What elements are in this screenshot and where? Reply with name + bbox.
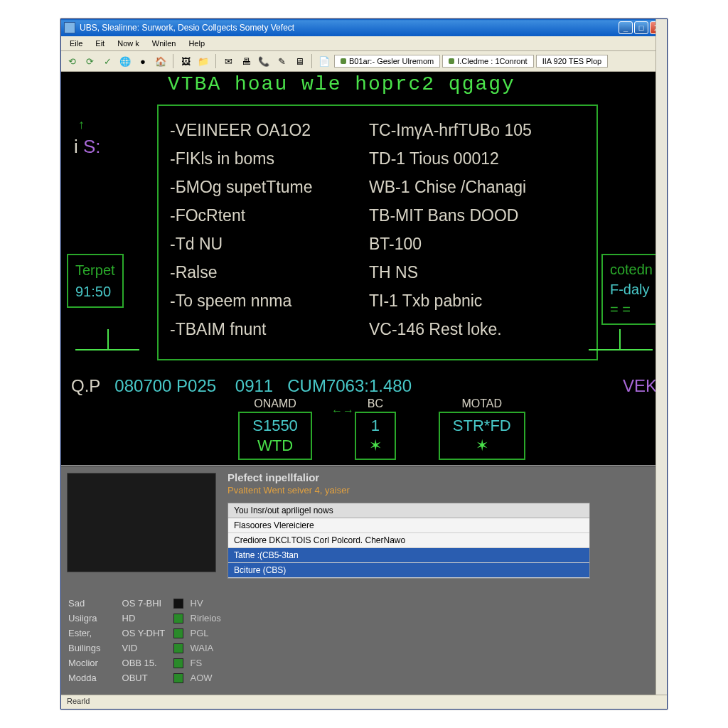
terminal-right-box: cotedn F-daly = = [601,254,661,325]
menu-wnilen[interactable]: Wnilen [146,38,182,49]
card-bc[interactable]: 1 ✶ [355,412,396,460]
terminal-header: VTBA hoau wle hoprc2 qgagy [168,73,515,95]
menu-row: -FIKls in bomsTD-1 Tious 00012 [170,144,585,173]
indicator-icon [173,599,183,609]
menu-row: -RalseTH NS [170,258,585,287]
status-row: OS 7-BHIHV [122,598,221,609]
indicator-icon [173,673,183,683]
connector-line [589,349,653,370]
globe-icon[interactable]: 🌐 [117,53,133,69]
card-label: BC [368,397,383,410]
menu-row: -БMOg supetTtumeWB-1 Chise /Chanagi [170,173,585,201]
list-item[interactable]: Bciture (CBS) [228,563,589,578]
menu-row: -To speem nnmaTI-1 Txb pabnic [170,287,585,315]
status-row: HDRirleios [122,613,221,623]
menu-edit[interactable]: Eit [90,38,110,49]
list-item[interactable]: Tatne :(CB5-3tan [228,548,589,563]
menubar: Eile Eit Now k Wnilen Help [61,36,667,51]
minimize-button[interactable]: _ [619,21,633,34]
indicator-icon [173,614,183,623]
menu-row: -TBAIM fnuntVC-146 Rest loke. [170,315,585,343]
refresh-icon[interactable]: ✓ [100,53,115,69]
card-onamd[interactable]: S1550 WTD [238,412,312,460]
phone-icon[interactable]: 📞 [256,53,272,69]
status-row: VIDWAIA [122,643,221,653]
connector-line [75,349,139,370]
edit-icon[interactable]: ✎ [274,53,289,69]
status-column: OS 7-BHIHV HDRirleios OS Y-DHTPGL VIDWAI… [122,598,221,692]
terminal-prompt: i S: [74,136,101,158]
scrollbar[interactable] [655,19,667,695]
maximize-button[interactable]: □ [634,21,648,34]
info-subtitle: Pvaltent Went seiver 4, yaiser [228,485,661,496]
menu-nowk[interactable]: Now k [112,38,145,49]
card-label: MOTAD [462,397,503,410]
doc-icon[interactable]: 📄 [316,53,332,69]
up-arrow-icon: ↑ [78,117,85,132]
listbox-header: You Insr/out apriligel nows [228,503,589,518]
monitor-icon[interactable]: 🖥 [291,53,307,69]
app-window: UBS, Slealinne: Surwork, Desio Collgects… [60,18,668,710]
label: Ester, [68,628,101,638]
status-row: OS Y-DHTPGL [122,628,221,638]
list-item[interactable]: Flasoores Vlereiciere [228,518,589,533]
home-icon[interactable]: 🏠 [153,53,168,69]
indicator-icon [173,643,183,653]
menu-row: -Td NUBT-100 [170,230,585,258]
label: Usiigra [68,613,101,623]
info-title: Plefect inpellfalior [228,471,661,483]
terminal-status-row: Q.P 080700 P025 0911 CUM7063:1.480 VEK [71,376,657,396]
preview-thumbnail[interactable] [67,473,216,572]
label: Modda [68,673,101,683]
nav-back-icon[interactable]: ⟲ [64,53,80,69]
statusbar: Rearld [61,695,667,709]
indicator-icon [173,628,183,638]
terminal-menu-box: -VEIINEER OA1O2TC-ImγA-hrfTUBo 105 -FIKl… [157,105,598,360]
label: Builings [68,643,101,653]
bc-arrow-icon: ←→ [331,405,354,417]
mail-icon[interactable]: ✉ [220,53,236,69]
label: Sad [68,598,101,609]
nav-fwd-icon[interactable]: ⟳ [82,53,97,69]
menu-help[interactable]: Help [183,38,210,49]
toolbar: ⟲ ⟳ ✓ 🌐 ● 🏠 🖼 📁 ✉ 🖶 📞 ✎ 🖥 📄 B01ar:- Gesl… [61,51,667,72]
app-icon [64,22,75,33]
menu-file[interactable]: Eile [64,38,88,49]
terminal-cards: ONAMD S1550 WTD BC 1 ✶ MOTAD [154,397,610,460]
terminal-pane[interactable]: VTBA hoau wle hoprc2 qgagy ↑ i S: -VEIIN… [61,72,667,466]
picture-icon[interactable]: 🖼 [178,53,193,69]
card-motad[interactable]: STR*FD ✶ [439,412,525,460]
terminal-left-box: Terpet 91:50 [67,254,124,308]
print-icon[interactable]: 🖶 [238,53,254,69]
info-listbox[interactable]: You Insr/out apriligel nows Flasoores Vl… [228,503,590,579]
folder-icon[interactable]: 📁 [196,53,211,69]
tab-3[interactable]: IIA 920 TES Plop [536,55,609,68]
disc-icon[interactable]: ● [135,53,151,69]
menu-row: -FOcRtentTB-MIT Bans DOOD [170,201,585,230]
bottom-panel: Plefect inpellfalior Pvaltent Went seive… [61,466,667,695]
indicator-icon [173,658,183,668]
menu-row: -VEIINEER OA1O2TC-ImγA-hrfTUBo 105 [170,116,585,144]
titlebar[interactable]: UBS, Slealinne: Surwork, Desio Collgects… [61,19,667,36]
tab-2[interactable]: I.Cledme : 1Conront [442,55,533,68]
label: Moclior [68,658,101,668]
card-label: ONAMD [254,397,296,410]
window-title: UBS, Slealinne: Surwork, Desio Collgects… [80,23,619,33]
status-row: OBB 15.FS [122,658,221,668]
labels-column: Sad Usiigra Ester, Builings Moclior Modd… [68,598,101,692]
status-row: OBUTAOW [122,673,221,683]
tab-1[interactable]: B01ar:- Gesler Ulremom [334,55,440,68]
list-item[interactable]: Crediore DKCl.TOIS Corl Polcord. CherNaw… [228,533,589,548]
